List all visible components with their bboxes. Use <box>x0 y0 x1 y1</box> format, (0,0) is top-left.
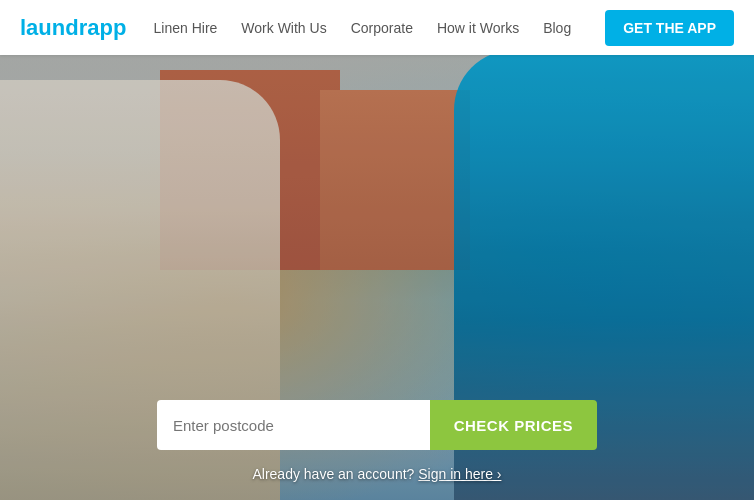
nav-item-work-with-us[interactable]: Work With Us <box>241 20 326 36</box>
get-app-button[interactable]: GET THE APP <box>605 10 734 46</box>
nav-item-blog[interactable]: Blog <box>543 20 571 36</box>
logo[interactable]: laundrapp <box>20 15 126 41</box>
nav: Linen Hire Work With Us Corporate How it… <box>154 10 734 46</box>
search-container: CHECK PRICES <box>157 400 597 450</box>
signin-area: Already have an account? Sign in here › <box>252 466 501 482</box>
hero-section: CHECK PRICES Already have an account? Si… <box>0 0 754 500</box>
signin-prompt-text: Already have an account? <box>252 466 414 482</box>
header: laundrapp Linen Hire Work With Us Corpor… <box>0 0 754 55</box>
logo-text: laundrapp <box>20 15 126 40</box>
nav-item-linen-hire[interactable]: Linen Hire <box>154 20 218 36</box>
nav-item-how-it-works[interactable]: How it Works <box>437 20 519 36</box>
signin-link[interactable]: Sign in here › <box>418 466 501 482</box>
nav-item-corporate[interactable]: Corporate <box>351 20 413 36</box>
postcode-input[interactable] <box>157 400 430 450</box>
check-prices-button[interactable]: CHECK PRICES <box>430 400 597 450</box>
